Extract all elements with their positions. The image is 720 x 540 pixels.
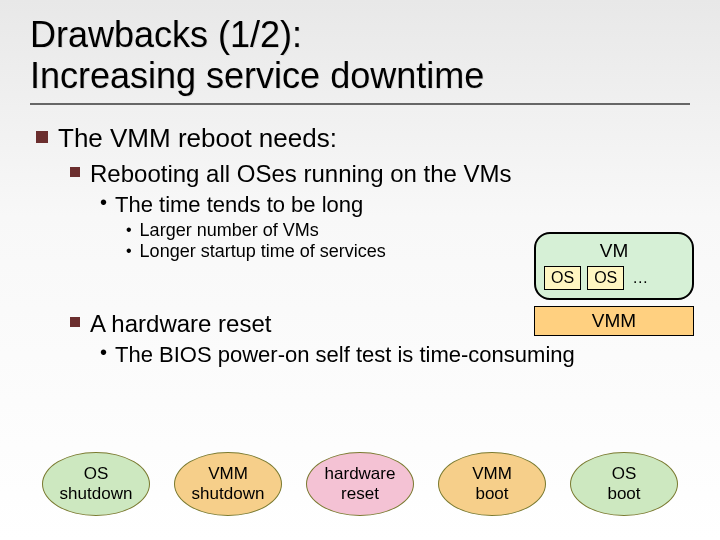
bullet-dot-icon [126,241,132,262]
bullet-dot-icon [100,192,107,213]
os-box: OS [587,266,624,290]
vmm-box: VMM [534,306,694,336]
ellipsis-icon: … [630,269,648,287]
vm-label: VM [544,240,684,262]
vm-vmm-diagram: VM OS OS … VMM [534,232,694,336]
flow-step-os-boot: OS boot [570,452,678,516]
os-box: OS [544,266,581,290]
flow-step-vmm-shutdown: VMM shutdown [174,452,282,516]
bullet-l2b-text: A hardware reset [90,310,271,338]
bullet-l2a-text: Rebooting all OSes running on the VMs [90,160,512,188]
bullet-square-icon [70,317,80,327]
bullet-square-icon [70,167,80,177]
flow-step-os-shutdown: OS shutdown [42,452,150,516]
slide-title: Drawbacks (1/2): Increasing service down… [30,14,690,105]
bullet-l4a-text: Larger number of VMs [140,220,319,241]
reboot-flow: OS shutdown VMM shutdown hardware reset … [0,452,720,516]
bullet-dot-icon [100,342,107,363]
bullet-l3b-text: The BIOS power-on self test is time-cons… [115,342,575,368]
bullet-l1-text: The VMM reboot needs: [58,123,337,154]
vm-container-box: VM OS OS … [534,232,694,300]
bullet-dot-icon [126,220,132,241]
bullet-l4b-text: Longer startup time of services [140,241,386,262]
flow-step-vmm-boot: VMM boot [438,452,546,516]
bullet-square-icon [36,131,48,143]
flow-step-hardware-reset: hardware reset [306,452,414,516]
bullet-l3b: The BIOS power-on self test is time-cons… [100,342,690,368]
slide: Drawbacks (1/2): Increasing service down… [0,0,720,540]
os-row: OS OS … [544,266,684,290]
bullet-l3a-text: The time tends to be long [115,192,363,218]
